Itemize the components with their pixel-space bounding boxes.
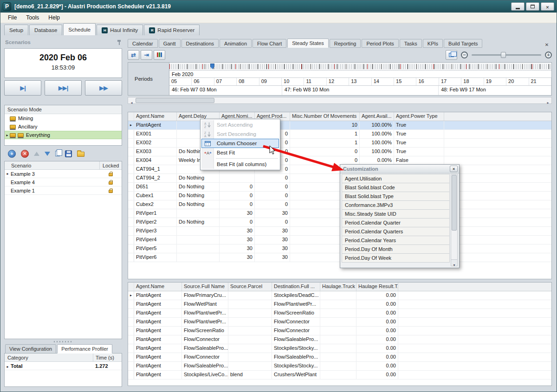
view-tab-kpis[interactable]: KPIs [423, 39, 443, 48]
day-cell[interactable]: 11 [304, 78, 326, 85]
day-cell[interactable]: 14 [372, 78, 394, 85]
view-tab-destinations[interactable]: Destinations [181, 39, 219, 48]
tab-database[interactable]: Database [29, 25, 62, 35]
splitter-handle[interactable] [54, 341, 72, 342]
profiler-row[interactable]: Total 1.272 [5, 362, 122, 370]
timeline-slider-handle[interactable] [210, 64, 214, 69]
week-cell[interactable]: 46: Feb W7 03 Mon [169, 86, 282, 95]
open-folder-button[interactable] [77, 150, 84, 157]
view-tab-reporting[interactable]: Reporting [330, 39, 361, 48]
tab-rapid-reserver[interactable]: RRapid Reserver [144, 25, 200, 35]
customization-field-item[interactable]: Period.Day Of Week [342, 253, 450, 263]
minimize-button[interactable] [511, 2, 525, 11]
column-header-haulage-result-t[interactable]: Haulage Result.T... [356, 283, 398, 291]
table-row[interactable]: EX003Do Nothing00100.00%True [128, 148, 551, 156]
step-forward-button[interactable]: ▶| [4, 80, 41, 96]
menu-item-help[interactable]: Help [44, 13, 65, 22]
scenario-mode-everything[interactable]: ▸Everything [5, 131, 122, 139]
column-header-source-full-name[interactable]: Source.Full Name [182, 283, 228, 291]
day-cell[interactable]: 10 [282, 78, 304, 85]
fast-forward-button[interactable]: ▶▶ [85, 80, 122, 96]
view-tab-flow-chart[interactable]: Flow Chart [253, 39, 286, 48]
delete-button[interactable]: ✕ [21, 150, 29, 158]
scroll-left-button[interactable] [128, 97, 135, 103]
table-row[interactable]: PlantAgentFlow/ConnectorFlow/SaleablePro… [128, 335, 551, 344]
scrollbar-thumb[interactable] [136, 98, 214, 103]
table-row[interactable]: PlantAgentFlow/Plant/wetPr...Flow/Connec… [128, 318, 551, 327]
tab-view-configuration[interactable]: View Configuration [5, 344, 56, 353]
table-row[interactable]: EX00101100.00%True [128, 130, 551, 139]
week-cell[interactable]: 47: Feb W8 10 Mon [282, 86, 439, 95]
customization-close-button[interactable] [450, 166, 458, 172]
tab-setup[interactable]: Setup [4, 25, 28, 35]
column-header-agent-avail[interactable]: Agent.Avail... [360, 112, 394, 121]
day-cell[interactable]: 12 [327, 78, 349, 85]
menu-item-best-fit[interactable]: +A+Best Fit [201, 148, 279, 157]
day-cell[interactable]: 20 [506, 78, 529, 85]
add-button[interactable]: + [8, 150, 16, 158]
table-row[interactable]: PlantAgentFlow/SaleablePro...Stockpiles/… [128, 344, 551, 353]
scroll-down-button[interactable] [451, 259, 457, 266]
column-header-agent-name[interactable]: Agent.Name [134, 112, 177, 121]
customization-field-item[interactable]: Misc.Steady State UID [342, 209, 450, 218]
customization-field-item[interactable]: Blast Solid.blast Code [342, 183, 450, 192]
view-tab-period-plots[interactable]: Period Plots [362, 39, 398, 48]
zoom-slider[interactable] [472, 54, 541, 56]
view-tab-animation[interactable]: Animation [220, 39, 252, 48]
menu-item-tools[interactable]: Tools [21, 13, 44, 22]
step-period-button[interactable]: ⇥ [141, 50, 152, 60]
table-row[interactable]: EX00201100.00%True [128, 139, 551, 148]
day-cell[interactable]: 19 [484, 78, 506, 85]
move-up-button[interactable] [34, 152, 39, 156]
skip-to-end-button[interactable]: ▶▶| [45, 80, 82, 96]
view-tab-steady-states[interactable]: Steady States [287, 39, 329, 48]
day-cell[interactable]: 08 [237, 78, 259, 85]
pin-icon[interactable] [117, 39, 121, 45]
day-cell[interactable]: 15 [394, 78, 416, 85]
scenario-row[interactable]: Example 1 [5, 186, 122, 195]
table-row[interactable]: PlantAgentFlow/ScreenRatioFlow/Connector… [128, 327, 551, 335]
customization-field-item[interactable]: Period.Day Of Month [342, 244, 450, 254]
table-row[interactable]: PlantAgentFlow/WetPlantFlow/Plant/wetPr.… [128, 300, 551, 309]
menu-item-best-fit-all-columns[interactable]: Best Fit (all columns) [201, 160, 279, 169]
column-header-haulage-truck[interactable]: Haulage.Truck [320, 283, 356, 291]
column-header-source-parcel[interactable]: Source.Parcel [228, 283, 272, 291]
column-header-agent-name[interactable]: Agent.Name [134, 283, 182, 291]
column-header-destination-full[interactable]: Destination.Full ... [272, 283, 320, 291]
week-cell[interactable]: 48: Feb W9 17 Mon [439, 86, 551, 95]
customization-field-item[interactable]: Blast Solid.blast Type [342, 192, 450, 201]
customization-scrollbar[interactable] [451, 174, 458, 266]
table-row[interactable]: PlantAgentStockpiles/LiveCo...blendCrush… [128, 371, 551, 379]
maximize-button[interactable] [526, 2, 539, 11]
scenario-row[interactable]: Example 4 [5, 178, 122, 186]
menu-item-column-chooser[interactable]: Column Chooser [201, 139, 279, 148]
day-cell[interactable]: 18 [461, 78, 484, 85]
zoom-out-button[interactable]: − [461, 51, 468, 58]
zoom-in-button[interactable]: + [545, 51, 552, 58]
day-cell[interactable]: 13 [349, 78, 371, 85]
scenario-column-header[interactable]: Scenario [5, 163, 99, 168]
layout-button[interactable] [446, 50, 457, 60]
close-view-button[interactable] [544, 40, 550, 46]
day-cell[interactable]: 17 [439, 78, 461, 85]
tab-schedule[interactable]: Schedule [63, 23, 96, 35]
customization-title-bar[interactable]: Customization [340, 165, 459, 174]
table-row[interactable]: PlantAgentFlow/Plant/wetPr...Flow/Screen… [128, 309, 551, 318]
scroll-right-button[interactable] [544, 97, 551, 103]
scrollbar-thumb[interactable] [452, 175, 457, 231]
table-row[interactable]: ▸PlantAgentFlow/PrimaryCru...Stockpiles/… [128, 291, 551, 300]
day-cell[interactable]: 21 [529, 78, 551, 85]
locked-column-header[interactable]: Locked [99, 161, 122, 169]
scenario-mode-ancillary[interactable]: Ancillary [5, 122, 122, 131]
tab-performance-profiler[interactable]: Performance Profiler [57, 344, 112, 353]
day-cell[interactable]: 09 [259, 78, 282, 85]
table-row[interactable]: ▸PlantAgent10100.00%True [128, 121, 551, 130]
scenario-mode-mining[interactable]: Mining [5, 114, 122, 122]
close-button[interactable] [541, 2, 554, 11]
period-chart-button[interactable] [154, 50, 165, 60]
move-down-button[interactable] [45, 152, 50, 156]
column-header-agent-power-type[interactable]: Agent.Power Type [394, 112, 444, 121]
view-tab-calendar[interactable]: Calendar [128, 39, 158, 48]
view-tab-gantt[interactable]: Gantt [159, 39, 181, 48]
customization-field-item[interactable]: Conformance.3MPv3 [342, 200, 450, 210]
